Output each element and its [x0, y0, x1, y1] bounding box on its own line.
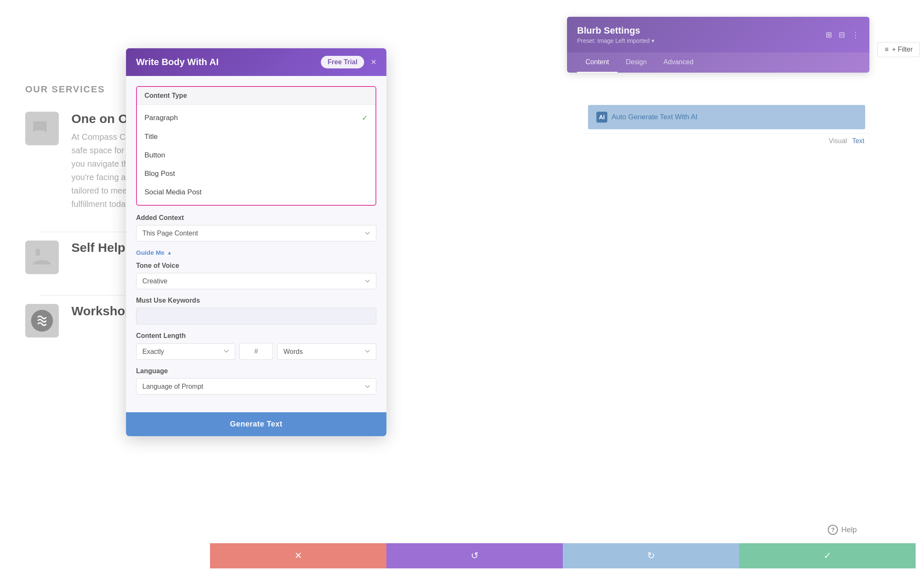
- more-icon[interactable]: ⋮: [852, 30, 859, 39]
- free-trial-badge: Free Trial: [321, 56, 364, 68]
- help-circle-icon: ?: [828, 525, 838, 535]
- write-ai-header-right: Free Trial ×: [321, 56, 376, 68]
- cancel-button[interactable]: ✕: [210, 543, 386, 568]
- content-type-blog-post[interactable]: Blog Post: [137, 165, 375, 183]
- editor-toolbar: Visual Text: [584, 133, 869, 148]
- blurb-settings-header-icons: ⊞ ⊟ ⋮: [826, 30, 859, 39]
- guide-me-label: Guide Me: [136, 249, 165, 256]
- visual-mode-btn[interactable]: Visual: [829, 137, 847, 145]
- blurb-settings-title: Blurb Settings: [577, 25, 654, 36]
- bottom-action-bar: ✕ ↺ ↻ ✓: [210, 543, 916, 568]
- generate-text-button[interactable]: Generate Text: [126, 412, 386, 436]
- blurb-settings-header-left: Blurb Settings Preset: Image Left import…: [577, 25, 654, 44]
- undo-button[interactable]: ↺: [386, 543, 563, 568]
- language-label: Language: [136, 367, 376, 375]
- help-label: Help: [841, 526, 857, 534]
- content-type-title[interactable]: Title: [137, 128, 375, 146]
- content-type-social-media-label: Social Media Post: [144, 188, 202, 196]
- tone-of-voice-select[interactable]: Creative: [136, 273, 376, 289]
- svg-rect-1: [35, 131, 45, 136]
- service-icon-one-on-one: [25, 112, 59, 145]
- keywords-group: Must Use Keywords: [136, 297, 376, 325]
- confirm-button[interactable]: ✓: [739, 543, 916, 568]
- content-type-blog-post-label: Blog Post: [144, 170, 175, 178]
- guide-me-link[interactable]: Guide Me ▲: [136, 249, 172, 256]
- blurb-settings-preset: Preset: Image Left imported ▾: [577, 37, 654, 44]
- content-length-label: Content Length: [136, 332, 376, 340]
- content-type-list: Paragraph ✓ Title Button Blog Post Socia…: [137, 105, 375, 205]
- help-button[interactable]: ? Help: [828, 525, 857, 535]
- service-self-help-content: Self Help: [71, 241, 125, 259]
- content-type-paragraph[interactable]: Paragraph ✓: [137, 108, 375, 128]
- content-type-button-label: Button: [144, 151, 165, 160]
- service-icon-self-help: [25, 241, 59, 274]
- svg-rect-2: [36, 249, 40, 256]
- content-type-header: Content Type: [137, 87, 375, 105]
- added-context-group: Added Context This Page Content: [136, 214, 376, 241]
- editor-area: AI Auto Generate Text With AI Visual Tex…: [584, 101, 869, 148]
- content-length-row: Exactly Words: [136, 343, 376, 360]
- content-type-box: Content Type Paragraph ✓ Title Button Bl…: [136, 86, 376, 206]
- write-ai-modal: Write Body With AI Free Trial × Content …: [126, 48, 386, 436]
- auto-generate-label: Auto Generate Text With AI: [612, 113, 698, 121]
- text-mode-btn[interactable]: Text: [852, 137, 864, 145]
- tab-design[interactable]: Design: [617, 52, 655, 73]
- tab-advanced[interactable]: Advanced: [655, 52, 702, 73]
- write-ai-body: Content Type Paragraph ✓ Title Button Bl…: [126, 76, 386, 412]
- content-type-social-media[interactable]: Social Media Post: [137, 183, 375, 202]
- guide-me-arrow-icon: ▲: [167, 250, 172, 256]
- cancel-icon: ✕: [294, 550, 302, 561]
- redo-button[interactable]: ↻: [563, 543, 739, 568]
- filter-label: + Filter: [892, 46, 913, 53]
- layout-icon[interactable]: ⊟: [839, 30, 845, 39]
- auto-generate-button[interactable]: AI Auto Generate Text With AI: [588, 105, 865, 129]
- content-length-number-input[interactable]: [239, 343, 273, 360]
- redo-icon: ↻: [647, 550, 655, 561]
- content-length-unit-select[interactable]: Words: [277, 343, 376, 360]
- language-select[interactable]: Language of Prompt: [136, 378, 376, 395]
- write-ai-title: Write Body With AI: [136, 57, 219, 68]
- added-context-select[interactable]: This Page Content: [136, 225, 376, 241]
- keywords-label: Must Use Keywords: [136, 297, 376, 304]
- confirm-icon: ✓: [824, 550, 831, 561]
- close-button[interactable]: ×: [371, 58, 376, 67]
- added-context-label: Added Context: [136, 214, 376, 222]
- tab-content[interactable]: Content: [577, 52, 617, 73]
- responsive-icon[interactable]: ⊞: [826, 30, 832, 39]
- tone-of-voice-label: Tone of Voice: [136, 262, 376, 270]
- content-type-paragraph-label: Paragraph: [144, 114, 178, 122]
- filter-icon: ≡: [885, 46, 888, 53]
- blurb-settings-tabs: Content Design Advanced: [567, 52, 869, 73]
- check-icon: ✓: [362, 113, 368, 123]
- content-type-button[interactable]: Button: [137, 146, 375, 165]
- undo-icon: ↺: [471, 550, 478, 561]
- keywords-input[interactable]: [136, 308, 376, 325]
- write-ai-header: Write Body With AI Free Trial ×: [126, 48, 386, 76]
- ai-icon: AI: [596, 112, 607, 123]
- content-type-title-label: Title: [144, 133, 158, 141]
- service-self-help-title: Self Help: [71, 241, 125, 255]
- blurb-settings-panel: Blurb Settings Preset: Image Left import…: [567, 17, 869, 73]
- language-group: Language Language of Prompt: [136, 367, 376, 395]
- content-length-type-select[interactable]: Exactly: [136, 343, 235, 360]
- service-icon-workshops: [25, 304, 59, 338]
- content-length-group: Content Length Exactly Words: [136, 332, 376, 360]
- blurb-settings-header: Blurb Settings Preset: Image Left import…: [567, 17, 869, 52]
- tone-of-voice-group: Tone of Voice Creative: [136, 262, 376, 289]
- filter-button[interactable]: ≡ + Filter: [877, 42, 920, 57]
